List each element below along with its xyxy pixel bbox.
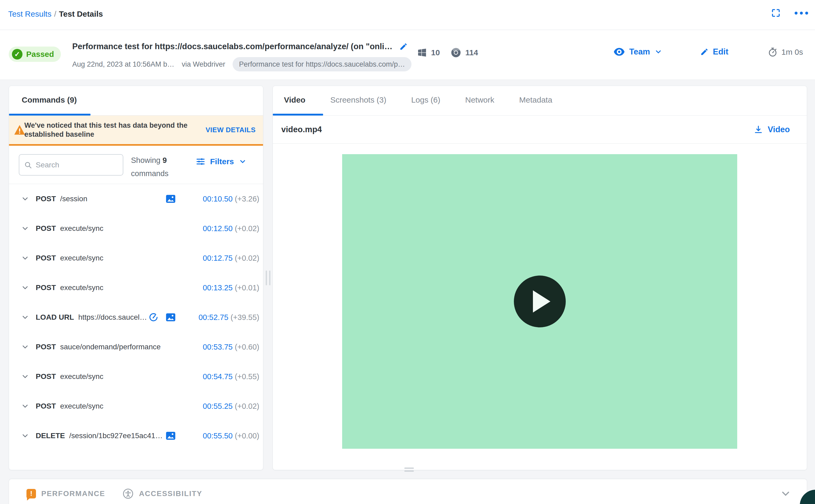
- panel-splitter-horizontal[interactable]: [404, 468, 414, 472]
- tab-logs-6[interactable]: Logs (6): [411, 95, 440, 104]
- command-method: POST: [36, 402, 56, 410]
- performance-label: PERFORMANCE: [41, 489, 105, 498]
- chevron-down-icon: [21, 402, 29, 410]
- command-time: 00:12.75: [203, 254, 235, 262]
- command-time-delta: (+0.01): [235, 283, 259, 292]
- status-label: Passed: [26, 50, 54, 59]
- check-circle-icon: ✓: [12, 49, 22, 59]
- performance-alert-icon: !: [26, 489, 36, 498]
- chevron-down-icon: [21, 313, 29, 322]
- search-field[interactable]: [19, 154, 123, 176]
- status-badge: ✓ Passed: [9, 47, 61, 62]
- showing-count-text: Showing 9 commands: [131, 154, 177, 180]
- command-method: POST: [36, 283, 56, 292]
- download-video-label: Video: [768, 125, 790, 134]
- chevron-down-icon: [21, 254, 29, 262]
- command-time-delta: (+0.02): [235, 402, 259, 410]
- warning-text: We've noticed that this test has data be…: [24, 121, 194, 139]
- command-row[interactable]: POST execute/sync: [9, 391, 263, 421]
- command-time: 00:13.25: [203, 283, 235, 292]
- test-tag-pill: Performance test for https://docs.saucel…: [232, 57, 411, 71]
- video-player-area: [273, 144, 807, 470]
- search-icon: [24, 161, 32, 169]
- video-frame[interactable]: [342, 154, 737, 449]
- command-method: POST: [36, 372, 56, 381]
- command-path: execute/sync: [60, 402, 103, 410]
- command-path: execute/sync: [60, 372, 103, 381]
- edit-test-button[interactable]: Edit: [700, 47, 729, 57]
- tab-network[interactable]: Network: [465, 95, 494, 104]
- command-row[interactable]: POST sauce/ondemand/performance: [9, 332, 263, 362]
- edit-title-button[interactable]: [399, 42, 408, 51]
- search-input[interactable]: [36, 161, 118, 169]
- command-row[interactable]: POST /session: [9, 184, 263, 214]
- ellipsis-icon: [795, 12, 808, 15]
- accessibility-section-toggle[interactable]: ACCESSIBILITY: [122, 488, 202, 499]
- command-method: POST: [36, 195, 56, 203]
- command-row[interactable]: DELETE /session/1bc927ee15ac4157a…: [9, 421, 263, 451]
- command-path: /session: [60, 195, 87, 203]
- expand-bottom-bar-button[interactable]: [780, 488, 791, 500]
- command-row[interactable]: POST execute/sync: [9, 273, 263, 303]
- command-method: POST: [36, 343, 56, 351]
- test-header: ✓ Passed Performance test for https://do…: [0, 30, 815, 80]
- more-options-button[interactable]: [795, 12, 808, 15]
- tab-screenshots-3[interactable]: Screenshots (3): [330, 95, 386, 104]
- chevron-down-icon: [21, 432, 29, 440]
- chevron-down-icon: [780, 488, 791, 500]
- tab-video[interactable]: Video: [284, 95, 305, 104]
- breadcrumb-current: Test Details: [59, 10, 103, 18]
- command-time-delta: (+0.00): [235, 432, 259, 440]
- filters-label: Filters: [210, 157, 234, 166]
- page-title: Performance test for https://docs.saucel…: [72, 42, 392, 51]
- screenshot-icon: [166, 313, 176, 322]
- breadcrumb-test-results-link[interactable]: Test Results: [8, 10, 51, 18]
- chevron-down-icon: [21, 343, 29, 351]
- download-icon: [754, 125, 763, 134]
- chrome-icon: [451, 47, 462, 58]
- chevron-down-icon: [21, 372, 29, 381]
- warning-triangle-icon: [14, 125, 25, 135]
- fullscreen-button[interactable]: [771, 8, 781, 18]
- screenshot-icon: [166, 194, 176, 203]
- fullscreen-icon: [771, 8, 781, 18]
- download-video-button[interactable]: Video: [754, 125, 790, 134]
- bottom-bar: ! PERFORMANCE ACCESSIBILITY: [9, 479, 807, 504]
- active-tab-indicator: [9, 114, 90, 116]
- command-row[interactable]: LOAD URL https://docs.saucelab…: [9, 303, 263, 332]
- eye-icon: [613, 47, 625, 56]
- command-time-delta: (+0.60): [235, 343, 259, 351]
- screenshot-icon: [166, 431, 176, 440]
- command-search-row: Showing 9 commands Filters: [9, 146, 263, 184]
- windows-icon: [417, 47, 428, 58]
- performance-section-toggle[interactable]: ! PERFORMANCE: [26, 489, 105, 498]
- command-path: sauce/ondemand/performance: [60, 343, 161, 351]
- tab-metadata[interactable]: Metadata: [519, 95, 552, 104]
- chevron-down-icon: [21, 283, 29, 292]
- play-button[interactable]: [514, 276, 566, 327]
- commands-tab-row: Commands (9): [9, 86, 263, 116]
- edit-label: Edit: [713, 47, 729, 57]
- command-time-delta: (+39.55): [230, 313, 259, 322]
- panel-splitter-vertical[interactable]: [263, 86, 272, 470]
- assets-tab-row: Video Screenshots (3) Logs (6) Network M…: [273, 86, 807, 116]
- team-visibility-button[interactable]: Team: [613, 47, 662, 57]
- command-row[interactable]: POST execute/sync: [9, 362, 263, 391]
- command-row[interactable]: POST execute/sync: [9, 243, 263, 273]
- command-path: execute/sync: [60, 283, 103, 292]
- command-path: https://docs.saucelab…: [78, 313, 149, 322]
- command-row[interactable]: POST execute/sync: [9, 214, 263, 243]
- video-file-row: video.mp4 Video: [273, 116, 807, 144]
- duration-value: 1m 0s: [781, 48, 803, 57]
- command-list: POST /session: [9, 184, 263, 451]
- breadcrumb-separator: /: [54, 10, 56, 18]
- tab-commands[interactable]: Commands (9): [22, 95, 77, 104]
- filters-button[interactable]: Filters: [196, 157, 247, 166]
- pencil-icon: [700, 48, 709, 56]
- command-method: DELETE: [36, 432, 65, 440]
- top-bar: Test Results/Test Details: [0, 0, 815, 30]
- accessibility-icon: [122, 488, 134, 499]
- view-details-button[interactable]: VIEW DETAILS: [206, 126, 256, 134]
- pencil-icon: [399, 42, 408, 51]
- command-time: 00:10.50: [203, 195, 235, 203]
